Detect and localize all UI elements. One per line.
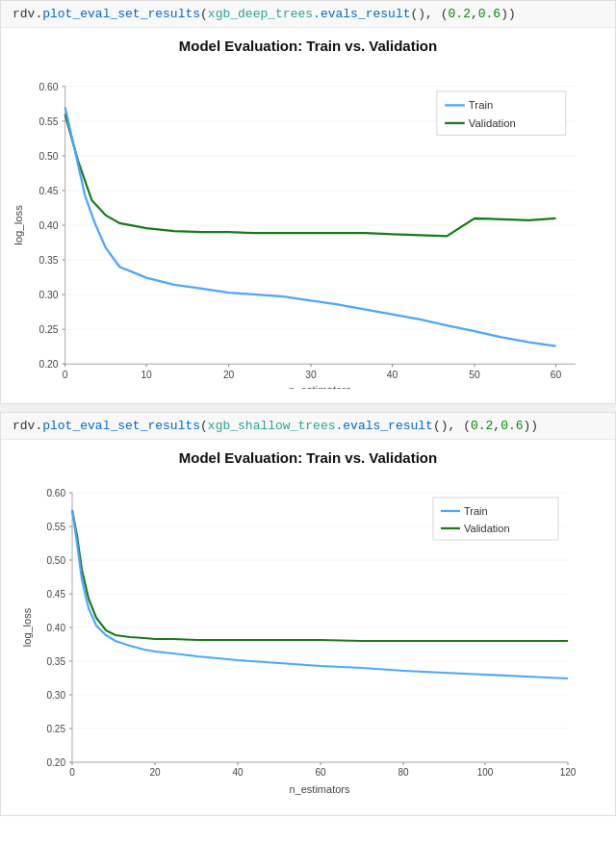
ytick-2-3: 0.30: [47, 690, 66, 701]
code-args2: (),: [433, 419, 463, 433]
xtick2-0: 0: [69, 767, 75, 778]
legend-train-label-1: Train: [469, 99, 493, 111]
cell-divider: [0, 404, 616, 412]
code-line-1: rdv.plot_eval_set_results(xgb_deep_trees…: [1, 1, 615, 28]
chart-container-2: Model Evaluation: Train vs. Validation 0…: [1, 440, 615, 815]
xtick1-30: 30: [305, 370, 317, 380]
cell-2: rdv.plot_eval_set_results(xgb_shallow_tr…: [0, 412, 616, 816]
code-method-1: .evals_result: [313, 7, 410, 21]
code-tuple1-close: )): [500, 7, 516, 21]
xlabel-2: n_estimators: [290, 783, 350, 795]
ytick-2-4: 0.35: [47, 656, 66, 667]
xtick1-50: 50: [469, 370, 480, 380]
code-args1: (),: [411, 7, 441, 21]
ytick-2-1: 0.20: [47, 757, 66, 768]
code-line-2: rdv.plot_eval_set_results(xgb_shallow_tr…: [1, 413, 615, 440]
code-num1a: 0.2: [449, 7, 471, 21]
code-tuple1-open: (: [441, 7, 449, 21]
ylabel-1: log_loss: [13, 205, 24, 245]
ytick-1-1: 0.20: [38, 359, 58, 370]
ytick-2-7: 0.50: [47, 555, 66, 566]
ytick-1-6: 0.45: [38, 186, 58, 196]
legend-train-label-2: Train: [464, 505, 488, 517]
code-num2b: 0.6: [500, 419, 523, 433]
code-tuple2-close: )): [524, 419, 539, 433]
code-func-1: plot_eval_set_results: [42, 7, 200, 21]
ytick-1-7: 0.50: [38, 151, 58, 162]
chart-svg-2: 0.60 0.55 0.50 0.45 0.40 0.35 0.30 0.25 …: [11, 473, 605, 801]
legend-validation-label-2: Validation: [464, 523, 510, 534]
code-paren1: (: [200, 7, 208, 21]
ytick-2-2: 0.25: [47, 724, 66, 734]
chart-title-2: Model Evaluation: Train vs. Validation: [11, 449, 605, 466]
ytick-1-3: 0.30: [38, 290, 58, 300]
chart-container-1: Model Evaluation: Train vs. Validation 0…: [1, 28, 615, 403]
xtick1-60: 60: [551, 370, 562, 380]
xtick2-40: 40: [232, 767, 244, 778]
ytick-1-9: 0.60: [38, 82, 58, 92]
xtick1-20: 20: [223, 370, 235, 380]
xtick1-10: 10: [141, 370, 152, 380]
code-tuple2-open: (: [463, 419, 471, 433]
xtick2-20: 20: [149, 767, 161, 778]
code-obj-2: xgb_shallow_trees: [208, 419, 336, 433]
xtick1-0: 0: [63, 370, 68, 380]
cell-1: rdv.plot_eval_set_results(xgb_deep_trees…: [0, 0, 616, 404]
code-num1b: 0.6: [478, 7, 500, 21]
code-num2a: 0.2: [471, 419, 493, 433]
ylabel-2: log_loss: [21, 607, 33, 647]
ytick-1-4: 0.35: [38, 255, 58, 266]
code-prefix-1: rdv.: [13, 7, 42, 21]
ytick-1-2: 0.25: [38, 324, 58, 335]
code-prefix-2: rdv.: [13, 419, 42, 433]
xtick2-80: 80: [398, 767, 409, 778]
ytick-2-9: 0.60: [47, 488, 66, 499]
ytick-1-5: 0.40: [38, 220, 58, 231]
ytick-1-8: 0.55: [38, 116, 58, 127]
xtick1-40: 40: [387, 370, 398, 380]
chart-area-2: 0.60 0.55 0.50 0.45 0.40 0.35 0.30 0.25 …: [11, 473, 605, 801]
ytick-2-5: 0.40: [47, 623, 66, 633]
legend-validation-label-1: Validation: [469, 117, 516, 129]
chart-title-1: Model Evaluation: Train vs. Validation: [11, 38, 605, 54]
code-func-2: plot_eval_set_results: [42, 419, 200, 433]
code-method-2: .evals_result: [335, 419, 432, 433]
xtick2-100: 100: [477, 767, 494, 778]
code-obj-1: xgb_deep_trees: [208, 7, 313, 21]
xlabel-1: n_estimators: [289, 384, 351, 389]
ytick-2-6: 0.45: [47, 589, 66, 600]
xtick2-120: 120: [560, 767, 577, 778]
chart-svg-1: 0.60 0.55 0.50 0.45 0.40 0.35 0.30 0.25 …: [11, 62, 605, 389]
xtick2-60: 60: [315, 767, 326, 778]
code-paren2: (: [200, 419, 208, 433]
chart-area-1: 0.60 0.55 0.50 0.45 0.40 0.35 0.30 0.25 …: [11, 62, 605, 389]
ytick-2-8: 0.55: [47, 522, 66, 532]
